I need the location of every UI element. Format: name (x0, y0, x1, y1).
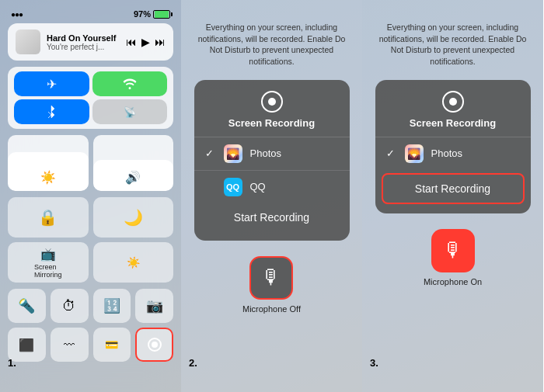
lock-moon-row: 🔒 🌙 📺 ScreenMirroring ☀️ (8, 197, 173, 283)
step1-label: 1. (8, 357, 16, 369)
qq-label: QQ (250, 181, 266, 193)
music-subtitle: You're perfect j... (47, 43, 120, 51)
brightness-slider[interactable]: ☀️ (8, 135, 89, 191)
volume-icon: 🔊 (125, 170, 141, 185)
prev-icon[interactable]: ⏮ (126, 36, 137, 48)
volume-slider[interactable]: 🔊 (93, 135, 174, 191)
panel-recording-dialog-2: Everything on your screen, including not… (362, 0, 543, 392)
step3-label: 3. (370, 357, 378, 369)
screen-mirror-icon: 📺 (40, 247, 56, 262)
qq-option[interactable]: ✓ QQ QQ (194, 171, 350, 203)
night-shift-icon: ☀️ (127, 256, 140, 269)
airplane-mode-button[interactable]: ✈ (14, 71, 89, 96)
flashlight-button[interactable]: 🔦 (8, 289, 46, 323)
instruction-text-1: Everything on your screen, including not… (198, 22, 346, 68)
night-shift-button[interactable]: ☀️ (93, 242, 174, 283)
microphone-on-button[interactable]: 🎙 (431, 229, 475, 272)
status-bar: ●●● 97% (8, 9, 173, 23)
calculator-button[interactable]: 🔢 (93, 289, 131, 323)
screen-record-icon (148, 338, 162, 352)
photos-option-1[interactable]: ✓ 🌄 Photos (194, 137, 350, 171)
screen-recording-dialog-1: Screen Recording ✓ 🌄 Photos ✓ QQ QQ Star… (194, 80, 350, 241)
rotation-lock-button[interactable]: 🔒 (8, 197, 89, 238)
screen-mirroring-label: ScreenMirroring (34, 263, 62, 279)
qq-app-icon: QQ (224, 178, 242, 196)
photos-label-2: Photos (431, 147, 462, 159)
panel-recording-dialog-1: Everything on your screen, including not… (181, 0, 362, 392)
music-title: Hard On Yourself (47, 33, 120, 43)
panel-control-center: ●●● 97% Hard On Yourself You're perfect … (0, 0, 181, 392)
microphone-off-button[interactable]: 🎙 (249, 256, 293, 300)
start-recording-button-1[interactable]: Start Recording (194, 203, 350, 231)
album-art (16, 29, 40, 54)
wifi-button[interactable] (92, 71, 168, 96)
brightness-icon: ☀️ (40, 170, 56, 185)
play-icon[interactable]: ▶ (141, 36, 150, 48)
check-icon-1: ✓ (205, 147, 216, 159)
photos-app-icon-2: 🌄 (405, 144, 424, 163)
photos-option-2[interactable]: ✓ 🌄 Photos (375, 137, 531, 170)
battery-percent: 97% (134, 9, 151, 19)
next-icon[interactable]: ⏭ (155, 36, 166, 48)
signal-icon: ●●● (11, 10, 23, 19)
check-icon-2: ✓ (386, 147, 397, 159)
bottom-controls-row: 🔦 ⏱ 🔢 📷 (8, 289, 173, 323)
wallet-button[interactable]: 💳 (93, 328, 131, 362)
microphone-on-label: Microphone On (424, 277, 482, 286)
music-widget[interactable]: Hard On Yourself You're perfect j... ⏮ ▶… (8, 23, 173, 61)
photos-app-icon-1: 🌄 (224, 144, 242, 163)
instruction-text-2: Everything on your screen, including not… (379, 22, 527, 68)
dialog-title-2: Screen Recording (410, 117, 496, 129)
screen-recording-dialog-2: Screen Recording ✓ 🌄 Photos Start Record… (375, 80, 531, 213)
microphone-on-container: 🎙 Microphone On (424, 229, 482, 286)
dialog-title-1: Screen Recording (228, 117, 315, 129)
airdrop-button[interactable]: 📡 (92, 99, 168, 124)
moon-icon: 🌙 (124, 208, 143, 227)
music-info: Hard On Yourself You're perfect j... (47, 33, 120, 51)
camera-button[interactable]: 📷 (135, 289, 173, 323)
microphone-off-container: 🎙 Microphone Off (242, 256, 301, 314)
lock-icon: 🔒 (38, 208, 58, 227)
start-recording-button-2[interactable]: Start Recording (382, 173, 525, 204)
record-icon-1 (261, 91, 283, 113)
do-not-disturb-button[interactable]: 🌙 (93, 197, 174, 238)
timer-button[interactable]: ⏱ (51, 289, 89, 323)
photos-label-1: Photos (250, 147, 281, 159)
step2-label: 2. (189, 357, 197, 369)
soundwave-button[interactable]: 〰 (51, 328, 89, 362)
sliders-row: ☀️ 🔊 (8, 135, 173, 191)
music-controls[interactable]: ⏮ ▶ ⏭ (126, 36, 166, 48)
dialog-header-2: Screen Recording (375, 80, 531, 137)
battery-area: 97% (134, 9, 170, 19)
screen-record-button[interactable] (135, 328, 173, 362)
dialog-header-1: Screen Recording (194, 80, 350, 137)
record-icon-2 (442, 91, 464, 113)
microphone-off-label: Microphone Off (242, 304, 301, 314)
bottom-row-2: ⬛ 〰 💳 (8, 328, 173, 362)
screen-mirroring-button[interactable]: 📺 ScreenMirroring (8, 242, 89, 283)
bluetooth-button[interactable] (14, 99, 89, 124)
connectivity-grid: ✈ 📡 (8, 67, 173, 129)
battery-icon (153, 10, 170, 19)
